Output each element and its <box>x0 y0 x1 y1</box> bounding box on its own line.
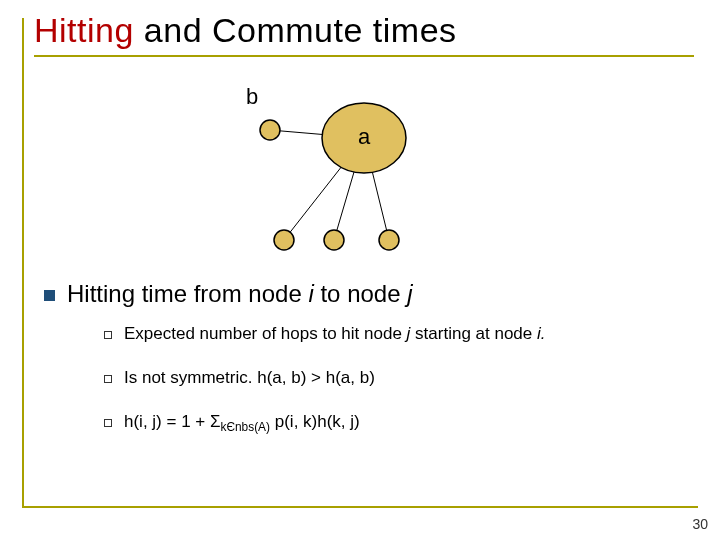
s3-post: p(i, k)h(k, j) <box>270 412 360 431</box>
main-bullet: Hitting time from node i to node j <box>44 278 684 309</box>
s3-pre: h(i, j) = 1 + Σ <box>124 412 221 431</box>
title-accent: Hitting <box>34 11 134 49</box>
sub-bullet-1: Expected number of hops to hit node j st… <box>104 323 684 345</box>
bullet-square-icon <box>44 290 55 301</box>
s1-i: i. <box>537 324 546 343</box>
graph-svg <box>184 78 524 258</box>
graph-diagram: b a <box>184 78 524 258</box>
main-bullet-mid: to node <box>314 280 407 307</box>
slide-title: Hitting and Commute times <box>34 12 694 57</box>
title-rest: and Commute times <box>134 11 457 49</box>
node-d-shape <box>324 230 344 250</box>
hollow-square-icon <box>104 375 112 383</box>
hollow-square-icon <box>104 331 112 339</box>
slide-frame: Hitting and Commute times b a Hitting ti… <box>22 18 698 508</box>
sub-bullet-3: h(i, j) = 1 + ΣkЄnbs(A) p(i, k)h(k, j) <box>104 411 684 436</box>
sub-bullet-2: Is not symmetric. h(a, b) > h(a, b) <box>104 367 684 389</box>
page-number: 30 <box>692 516 708 532</box>
s1-mid: starting at node <box>410 324 537 343</box>
node-b-label: b <box>246 84 258 110</box>
main-bullet-j: j <box>407 280 412 307</box>
s3-sub: kЄnbs(A) <box>221 421 271 435</box>
s1-pre: Expected number of hops to hit node <box>124 324 407 343</box>
sub-bullet-list: Expected number of hops to hit node j st… <box>104 323 684 458</box>
node-c-shape <box>274 230 294 250</box>
main-bullet-pre: Hitting time from node <box>67 280 308 307</box>
node-a-label: a <box>358 124 370 150</box>
s2-text: Is not symmetric. h(a, b) > h(a, b) <box>124 368 375 387</box>
hollow-square-icon <box>104 419 112 427</box>
node-e-shape <box>379 230 399 250</box>
title-wrap: Hitting and Commute times <box>34 12 694 57</box>
node-b-shape <box>260 120 280 140</box>
